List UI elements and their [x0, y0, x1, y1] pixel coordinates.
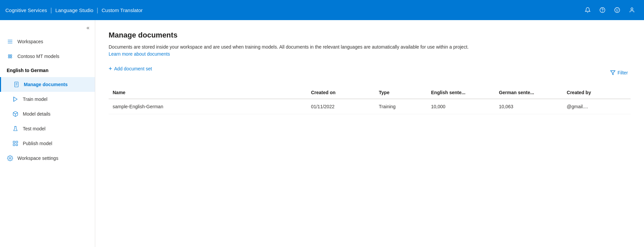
sidebar-item-english-german[interactable]: English to German	[0, 64, 95, 77]
sidebar-item-train-model-label: Train model	[23, 97, 47, 102]
filter-button[interactable]: Filter	[607, 69, 631, 77]
col-header-createdby: Created by	[563, 86, 631, 99]
brand-cognitive-label: Cognitive Services	[5, 7, 47, 13]
menu-icon	[7, 38, 13, 45]
col-header-type: Type	[375, 86, 427, 99]
collapse-sidebar-button[interactable]: «	[85, 23, 91, 32]
svg-point-9	[8, 55, 10, 56]
sidebar-item-publish-model[interactable]: Publish model	[0, 136, 95, 151]
gear-icon	[7, 155, 13, 162]
add-document-set-button[interactable]: + Add document set	[109, 66, 152, 72]
topbar: Cognitive Services | Language Studio | C…	[0, 0, 644, 20]
svg-rect-27	[13, 144, 15, 146]
divider-1: |	[50, 7, 52, 14]
svg-marker-30	[610, 71, 615, 75]
table-header: Name Created on Type English sente... Ge…	[109, 86, 631, 99]
brand-custom-translator[interactable]: Custom Translator	[102, 7, 143, 13]
content-area: Manage documents Documents are stored in…	[95, 20, 644, 247]
cell-created-by: @gmail....	[563, 99, 631, 114]
cell-name: sample-English-German	[109, 99, 307, 114]
brand-language-studio[interactable]: Language Studio	[55, 7, 93, 13]
flask-icon	[12, 125, 19, 132]
publish-icon	[12, 140, 19, 147]
user-icon[interactable]	[625, 3, 639, 17]
col-header-name: Name	[109, 86, 307, 99]
help-icon[interactable]	[596, 3, 609, 17]
emoji-icon[interactable]	[610, 3, 624, 17]
document-icon	[13, 81, 20, 88]
sidebar-item-manage-documents[interactable]: Manage documents	[0, 77, 95, 92]
brand-cognitive[interactable]: Cognitive Services	[5, 7, 47, 13]
sidebar-item-test-model[interactable]: Test model	[0, 121, 95, 136]
table-row[interactable]: sample-English-German 01/11/2022 Trainin…	[109, 99, 631, 114]
cell-english-sentences: 10,000	[427, 99, 495, 114]
topbar-icons	[581, 3, 639, 17]
svg-point-11	[8, 57, 10, 58]
sidebar-collapse-area: «	[0, 20, 95, 34]
page-title: Manage documents	[109, 31, 631, 40]
sidebar-item-workspace-settings-label: Workspace settings	[17, 156, 58, 161]
svg-point-2	[615, 8, 620, 13]
sidebar-item-model-details-label: Model details	[23, 111, 51, 117]
svg-point-12	[10, 57, 12, 58]
divider-2: |	[97, 7, 98, 14]
table-body: sample-English-German 01/11/2022 Trainin…	[109, 99, 631, 114]
sidebar-item-english-german-label: English to German	[7, 68, 48, 73]
svg-rect-17	[15, 82, 18, 87]
sidebar-item-workspaces-label: Workspaces	[17, 39, 43, 44]
page-description: Documents are stored inside your workspa…	[109, 44, 477, 58]
documents-table-wrapper: Name Created on Type English sente... Ge…	[109, 86, 631, 114]
col-header-created: Created on	[307, 86, 375, 99]
bell-icon[interactable]	[581, 3, 594, 17]
models-icon	[7, 53, 13, 60]
main-layout: « Workspaces	[0, 20, 644, 247]
svg-rect-26	[16, 141, 18, 143]
filter-icon	[610, 70, 616, 75]
add-plus-icon: +	[109, 66, 112, 72]
sidebar-item-train-model[interactable]: Train model	[0, 92, 95, 107]
sidebar-item-test-model-label: Test model	[23, 126, 46, 131]
cell-created: 01/11/2022	[307, 99, 375, 114]
documents-table: Name Created on Type English sente... Ge…	[109, 86, 631, 114]
sidebar-item-publish-model-label: Publish model	[23, 141, 52, 146]
svg-rect-25	[13, 141, 15, 143]
sidebar-item-workspaces[interactable]: Workspaces	[0, 34, 95, 49]
box-icon	[12, 111, 19, 117]
learn-more-link[interactable]: Learn more about documents	[109, 51, 170, 57]
sidebar-item-workspace-settings[interactable]: Workspace settings	[0, 151, 95, 166]
sidebar-item-model-details[interactable]: Model details	[0, 107, 95, 121]
cell-type: Training	[375, 99, 427, 114]
svg-point-5	[631, 8, 633, 10]
cell-german-sentences: 10,063	[495, 99, 563, 114]
svg-marker-21	[14, 97, 17, 102]
svg-point-28	[16, 144, 18, 146]
col-header-german: German sente...	[495, 86, 563, 99]
sidebar: « Workspaces	[0, 20, 95, 247]
svg-point-29	[9, 158, 11, 159]
sidebar-item-contoso-models[interactable]: Contoso MT models	[0, 49, 95, 64]
svg-point-0	[600, 8, 605, 13]
train-icon	[12, 96, 19, 103]
col-header-english: English sente...	[427, 86, 495, 99]
sidebar-item-contoso-label: Contoso MT models	[17, 54, 59, 59]
svg-point-10	[10, 55, 12, 56]
sidebar-item-manage-documents-label: Manage documents	[24, 82, 68, 87]
